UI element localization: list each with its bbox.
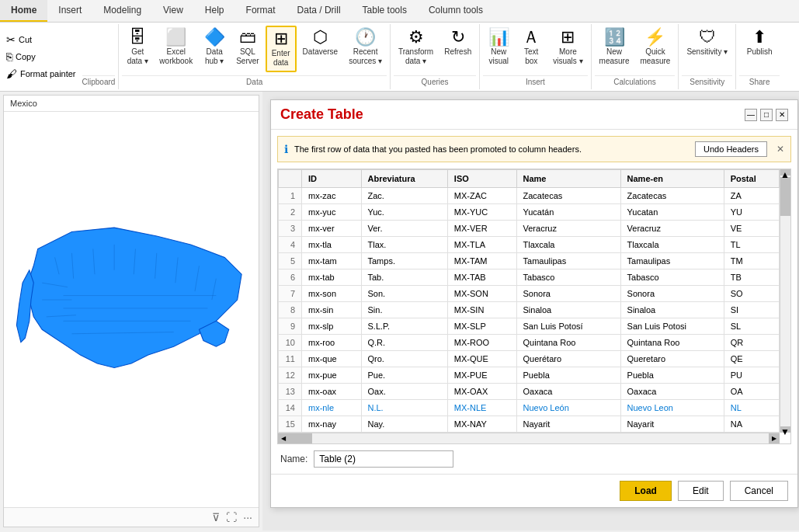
publish-icon: ⬆ <box>752 29 766 46</box>
cell-id: mx-tab <box>302 269 362 286</box>
enter-data-button[interactable]: ⊞ Enterdata <box>266 26 297 72</box>
clipboard-label-area: Clipboard <box>82 26 116 88</box>
dialog-title: Create Table <box>280 106 363 123</box>
share-group: ⬆ Publish Share <box>736 24 783 89</box>
edit-button[interactable]: Edit <box>678 481 724 501</box>
dialog-header: Create Table — □ ✕ <box>271 100 797 130</box>
table-scroll-area[interactable]: ID Abreviatura ISO Name Name-en Postal 1… <box>278 169 790 443</box>
row-number: 11 <box>279 351 302 367</box>
undo-headers-button[interactable]: Undo Headers <box>695 141 767 157</box>
info-bar: ℹ The first row of data that you pasted … <box>277 136 791 162</box>
data-table: ID Abreviatura ISO Name Name-en Postal 1… <box>278 169 780 433</box>
table-row: 14 mx-nle N.L. MX-NLE Nuevo León Nuevo L… <box>279 400 780 416</box>
tab-format[interactable]: Format <box>235 0 287 22</box>
load-button[interactable]: Load <box>620 481 672 501</box>
minimize-button[interactable]: — <box>745 109 757 121</box>
copy-icon: ⎘ <box>6 50 12 63</box>
scroll-down-arrow[interactable]: ▼ <box>780 426 791 433</box>
new-measure-button[interactable]: 🔢 Newmeasure <box>595 26 634 69</box>
cut-icon: ✂ <box>6 33 16 46</box>
share-group-items: ⬆ Publish <box>739 26 780 74</box>
info-icon: ℹ <box>284 143 288 155</box>
copy-button[interactable]: ⎘ Copy <box>3 49 79 64</box>
h-scroll-thumb[interactable] <box>289 433 312 444</box>
sensitivity-group: 🛡 Sensitivity ▾ Sensitivity <box>679 24 736 89</box>
text-box-button[interactable]: Ａ Textbox <box>516 26 547 69</box>
cell-name-en: Oaxaca <box>620 384 724 400</box>
table-wrapper: ID Abreviatura ISO Name Name-en Postal 1… <box>277 169 791 444</box>
get-data-button[interactable]: 🗄 Getdata ▾ <box>122 26 153 69</box>
cell-postal: OA <box>724 384 779 400</box>
data-hub-button[interactable]: 🔷 Datahub ▾ <box>199 26 230 69</box>
col-header-iso: ISO <box>447 170 516 188</box>
ribbon-content: ✂ Cut ⎘ Copy 🖌 Format painter Clipboard <box>0 23 799 91</box>
col-header-abreviatura: Abreviatura <box>361 170 447 188</box>
tab-help[interactable]: Help <box>194 0 235 22</box>
close-button[interactable]: ✕ <box>776 109 788 121</box>
info-close-button[interactable]: ✕ <box>776 144 784 155</box>
clipboard-buttons: ✂ Cut ⎘ Copy 🖌 Format painter <box>3 26 82 88</box>
calculations-group-items: 🔢 Newmeasure ⚡ Quickmeasure <box>595 26 676 74</box>
scroll-right-arrow[interactable]: ▶ <box>769 433 780 444</box>
focus-icon[interactable]: ⛶ <box>226 511 237 523</box>
cancel-button[interactable]: Cancel <box>730 481 788 501</box>
cell-postal: QR <box>724 335 779 351</box>
table-row: 4 mx-tla Tlax. MX-TLA Tlaxcala Tlaxcala … <box>279 237 780 253</box>
tab-data-drill[interactable]: Data / Drill <box>287 0 352 22</box>
cell-iso: MX-TAM <box>447 253 516 269</box>
cell-name-en: Puebla <box>620 367 724 384</box>
cell-abreviatura: S.L.P. <box>361 318 447 335</box>
more-options-icon[interactable]: ··· <box>243 511 252 523</box>
cell-name: Tamaulipas <box>516 253 620 269</box>
table-row: 9 mx-slp S.L.P. MX-SLP San Luis Potosí S… <box>279 318 780 335</box>
table-name-input[interactable] <box>314 450 453 468</box>
tab-view[interactable]: View <box>152 0 194 22</box>
tab-column-tools[interactable]: Column tools <box>418 0 494 22</box>
refresh-button[interactable]: ↻ Refresh <box>439 26 476 60</box>
tab-modeling[interactable]: Modeling <box>92 0 152 22</box>
format-painter-button[interactable]: 🖌 Format painter <box>3 66 79 82</box>
excel-workbook-button[interactable]: ⬜ Excelworkbook <box>155 26 197 69</box>
map-svg <box>4 112 259 496</box>
cell-name: Oaxaca <box>516 384 620 400</box>
new-visual-button[interactable]: 📊 Newvisual <box>483 26 514 69</box>
row-number: 7 <box>279 286 302 302</box>
cell-iso: MX-TAB <box>447 269 516 286</box>
table-row: 8 mx-sin Sin. MX-SIN Sinaloa Sinaloa SI <box>279 302 780 318</box>
cut-label: Cut <box>19 35 32 44</box>
cell-name: Nuevo León <box>516 400 620 416</box>
row-number: 8 <box>279 302 302 318</box>
quick-measure-icon: ⚡ <box>644 29 665 46</box>
cell-iso: MX-SLP <box>447 318 516 335</box>
cell-postal: ZA <box>724 188 779 204</box>
cut-button[interactable]: ✂ Cut <box>3 32 79 47</box>
table-row: 12 mx-pue Pue. MX-PUE Puebla Puebla PU <box>279 367 780 384</box>
sql-server-button[interactable]: 🗃 SQLServer <box>231 26 263 69</box>
filter-icon[interactable]: ⊽ <box>212 511 220 523</box>
clipboard-group: ✂ Cut ⎘ Copy 🖌 Format painter Clipboard <box>0 24 119 89</box>
scroll-thumb[interactable] <box>780 177 791 216</box>
cell-abreviatura: Tamps. <box>361 253 447 269</box>
tab-insert[interactable]: Insert <box>47 0 92 22</box>
transform-data-button[interactable]: ⚙ Transformdata ▾ <box>394 26 438 69</box>
cell-postal: PU <box>724 367 779 384</box>
name-label: Name: <box>280 454 307 464</box>
row-number: 12 <box>279 367 302 384</box>
publish-button[interactable]: ⬆ Publish <box>742 26 777 60</box>
cell-id: mx-sin <box>302 302 362 318</box>
table-row: 6 mx-tab Tab. MX-TAB Tabasco Tabasco TB <box>279 269 780 286</box>
scroll-left-arrow[interactable]: ◀ <box>278 433 289 444</box>
more-visuals-button[interactable]: ⊞ Morevisuals ▾ <box>548 26 587 69</box>
dataverse-button[interactable]: ⬡ Dataverse <box>298 26 343 60</box>
sensitivity-button[interactable]: 🛡 Sensitivity ▾ <box>682 26 732 60</box>
maximize-button[interactable]: □ <box>760 109 773 121</box>
scroll-up-arrow[interactable]: ▲ <box>780 169 791 176</box>
cell-abreviatura: N.L. <box>361 400 447 416</box>
cell-iso: MX-SON <box>447 286 516 302</box>
quick-measure-button[interactable]: ⚡ Quickmeasure <box>635 26 675 69</box>
recent-sources-button[interactable]: 🕐 Recentsources ▾ <box>344 26 387 69</box>
tab-table-tools[interactable]: Table tools <box>352 0 418 22</box>
tab-home[interactable]: Home <box>0 0 47 22</box>
horizontal-scrollbar[interactable]: ◀ ▶ <box>278 433 780 443</box>
vertical-scrollbar[interactable]: ▲ ▼ <box>780 169 790 433</box>
